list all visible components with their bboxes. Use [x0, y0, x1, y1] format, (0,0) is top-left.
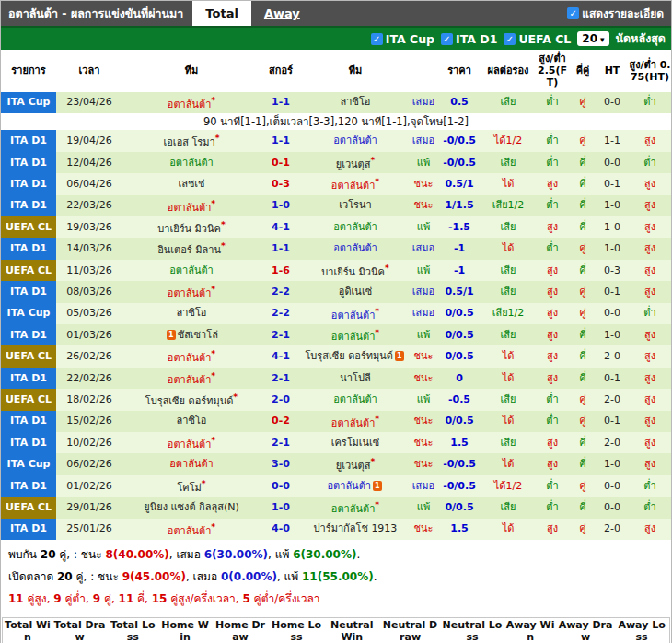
match-note: 90 นาที[1-1],เต็มเวลา[3-3],120 นาที[1-1]…: [1, 113, 671, 130]
match-row: ITA D108/03/26อตาลันต้า*2-2อูดิเนเซ่เสมอ…: [1, 281, 671, 302]
match-date: 10/02/26: [56, 432, 122, 453]
ht-score: 1-1: [596, 130, 629, 151]
competition-badge: UEFA CL: [1, 216, 56, 238]
ht-score: 0-1: [596, 368, 629, 389]
red-card-icon: 1: [395, 351, 404, 361]
away-team-cell: อตาลันต้า*: [301, 324, 410, 345]
home-team-name: เอเอส โรมา: [164, 136, 215, 148]
over-under-ft: สูง: [535, 432, 570, 453]
away-team-name: นาโปลี: [340, 372, 370, 384]
tab-total[interactable]: Total: [192, 1, 251, 26]
stat-header: Total Win: [3, 618, 53, 643]
handicap-result: ได้: [481, 453, 535, 474]
ita-cup-checkbox[interactable]: ✓: [371, 33, 383, 45]
away-team-cell: บาเยิร์น มิวนิค*: [301, 260, 410, 281]
over-under-ht: ต่ำ: [629, 497, 671, 518]
price: 0/0.5: [437, 303, 481, 324]
handicap-result: เสีย: [481, 432, 535, 453]
match-row: ITA D101/02/26โคโม่*0-0อตาลันต้า1เสมอ-0/…: [1, 475, 671, 497]
ht-score: 0-1: [596, 281, 629, 302]
away-team-name: อตาลันต้า: [333, 134, 377, 146]
summary-segment: 11: [119, 592, 134, 605]
summary-segment: คู่ต่ำ,: [62, 592, 93, 605]
result: แพ้: [410, 324, 437, 345]
over-under-ht: สูง: [629, 238, 671, 259]
away-team-cell: อตาลันต้า*: [301, 497, 410, 518]
over-under-ht: สูง: [629, 411, 671, 432]
over-under-ft: ต่ำ: [535, 389, 570, 410]
home-team-cell: อตาลันต้า*: [122, 281, 261, 302]
odd-even: คี่: [570, 432, 596, 453]
away-team-cell: อตาลันต้า: [301, 130, 410, 151]
stat-header: Home Loss: [269, 618, 324, 643]
over-under-ht: สูง: [629, 432, 671, 453]
handicap-result: เสีย: [481, 389, 535, 410]
ht-score: 1-0: [596, 324, 629, 345]
over-under-ft: สูง: [535, 345, 570, 367]
over-under-ht: สูง: [629, 519, 671, 540]
uefa-cl-checkbox[interactable]: ✓: [504, 33, 516, 45]
odd-even: คี่: [570, 152, 596, 173]
tab-away[interactable]: Away: [251, 1, 313, 26]
odd-even: คู่: [570, 130, 596, 151]
favorite-star-icon: *: [211, 348, 215, 358]
match-date: 25/01/26: [56, 519, 122, 540]
match-row: ITA D122/02/26อตาลันต้า*2-1นาโปลีชนะ0ได้…: [1, 368, 671, 389]
ita-d1-checkbox[interactable]: ✓: [441, 33, 453, 45]
stats-table: Total WinTotal DrawTotal LossHome WinHom…: [2, 617, 670, 643]
handicap-result: ได้: [481, 411, 535, 432]
home-team-name: อินเตอร์ มิลาน: [157, 244, 221, 256]
summary-segment: .: [356, 548, 360, 561]
home-team-name: ซัสเซาโล่: [178, 329, 218, 341]
stat-header: Away Draw: [557, 618, 614, 643]
result: แพ้: [410, 260, 437, 281]
match-row: ITA D122/03/26อตาลันต้า*1-0เวโรนาชนะ1/1.…: [1, 195, 671, 216]
over-under-ht: สูง: [629, 345, 671, 367]
match-row: ITA D106/04/26เลชเช่0-3อตาลันต้า*ชนะ0.5/…: [1, 173, 671, 194]
summary-segment: 9(45.00%): [122, 570, 186, 583]
odd-even: คู่: [570, 475, 596, 497]
match-date: 19/04/26: [56, 130, 122, 151]
home-team-cell: อตาลันต้า*: [122, 432, 261, 453]
match-row: ITA D110/02/26อตาลันต้า*2-1เครโมเนเซ่ชนะ…: [1, 432, 671, 453]
match-date: 08/03/26: [56, 281, 122, 302]
match-history-widget: อตาลันต้า - ผลการแข่งขันที่ผ่านมา Total …: [0, 0, 672, 643]
match-count-select[interactable]: 20▾: [577, 31, 608, 46]
away-team-name: อูดิเนเซ่: [339, 286, 372, 298]
home-team-name: ยูนิยง แซงต์ กิลลุส(N): [144, 501, 239, 513]
match-date: 23/04/26: [56, 92, 122, 113]
over-under-ft: สูง: [535, 260, 570, 281]
favorite-star-icon: *: [211, 370, 215, 380]
header-handicap: ผลต่อรอง: [481, 50, 535, 92]
odd-even: คู่: [570, 92, 596, 113]
handicap-result: เสีย1/2: [481, 195, 535, 216]
over-under-ft: ต่ำ: [535, 195, 570, 216]
home-team-cell: อตาลันต้า*: [122, 195, 261, 216]
price: -0/0.5: [437, 453, 481, 474]
favorite-star-icon: *: [233, 392, 238, 402]
match-row: ITA D112/04/26อตาลันต้า0-1ยูเวนตุส*แพ้-0…: [1, 152, 671, 173]
result: ชนะ: [410, 411, 437, 432]
show-details-checkbox[interactable]: ✓: [567, 7, 579, 19]
price: 1/1.5: [437, 195, 481, 216]
price: 0.5: [437, 92, 481, 113]
match-date: 01/02/26: [56, 475, 122, 497]
odd-even: คี่: [570, 216, 596, 238]
match-date: 22/03/26: [56, 195, 122, 216]
score: 0-3: [261, 173, 301, 194]
away-team-name: ปาร์มากัลโช 1913: [314, 522, 398, 534]
ht-score: 2-0: [596, 519, 629, 540]
header-over-under-ht: สูง/ต่ำ 0.75(HT): [629, 50, 671, 92]
ht-score: 1-0: [596, 195, 629, 216]
home-team-cell: อตาลันต้า*: [122, 519, 261, 540]
header-score: สกอร์: [261, 50, 301, 92]
price: 1.5: [437, 519, 481, 540]
ita-cup-label: ITA Cup: [386, 32, 434, 46]
home-team-cell: เอเอส โรมา*: [122, 130, 261, 151]
match-note-row: 90 นาที[1-1],เต็มเวลา[3-3],120 นาที[1-1]…: [1, 113, 671, 130]
score: 4-1: [261, 216, 301, 238]
over-under-ht: สูง: [629, 389, 671, 410]
score: 1-0: [261, 497, 301, 518]
ita-d1-label: ITA D1: [456, 32, 497, 46]
home-team-cell: โคโม่*: [122, 475, 261, 497]
